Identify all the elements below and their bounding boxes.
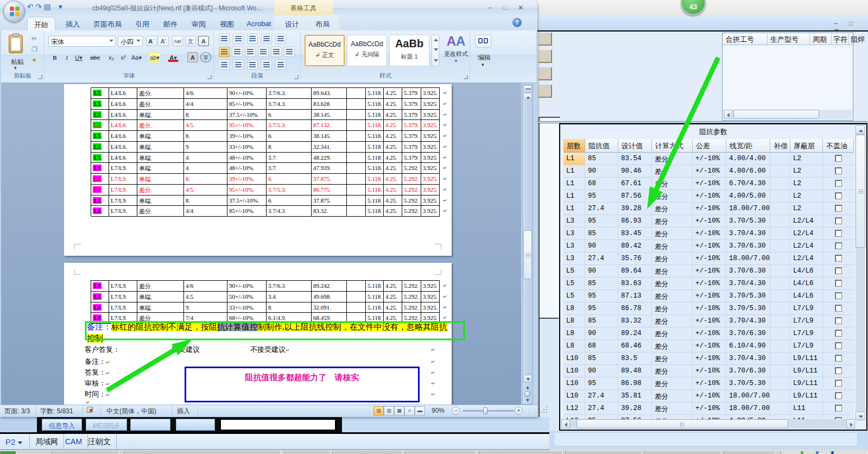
increase-indent-button[interactable]: [275, 34, 286, 44]
no-coat-checkbox[interactable]: [835, 267, 842, 274]
align-center-button[interactable]: [232, 47, 243, 57]
table-cell[interactable]: 3.70/6.30: [726, 265, 770, 278]
style-normal[interactable]: AaBbCcDd↲ 正文: [305, 35, 345, 66]
table-cell[interactable]: +/-10%: [693, 228, 726, 240]
table-cell[interactable]: [770, 327, 790, 340]
no-coat-checkbox[interactable]: [835, 392, 842, 399]
table-cell[interactable]: +/-10%: [693, 190, 726, 203]
table-row[interactable]: L19587.56差分+/-10%4.00/5.00L2: [563, 190, 854, 203]
taskbar-item[interactable]: [565, 451, 642, 454]
table-cell[interactable]: 68.46: [618, 340, 652, 352]
status-word-count[interactable]: 字数: 5/831: [40, 407, 73, 416]
table-cell[interactable]: L5: [563, 290, 585, 302]
table-cell[interactable]: +/-10%: [693, 365, 726, 377]
table-cell[interactable]: L9/L11: [790, 377, 823, 390]
table-cell[interactable]: 3.70/4.30: [726, 352, 770, 365]
table-cell[interactable]: [770, 228, 790, 240]
table-cell[interactable]: 差分: [652, 203, 693, 215]
table-cell[interactable]: +/-10%: [693, 302, 726, 315]
proofing-icon[interactable]: ✕: [87, 407, 94, 414]
table-cell[interactable]: L8: [563, 340, 585, 352]
table-cell[interactable]: L1: [563, 165, 585, 178]
table-cell[interactable]: 90: [585, 240, 618, 253]
mes-sync-button[interactable]: MES同步: [86, 419, 127, 431]
taskbar-item[interactable]: [52, 451, 119, 454]
table-cell[interactable]: 差分: [652, 327, 693, 340]
zoom-slider-thumb[interactable]: [483, 407, 487, 414]
table-cell[interactable]: 90: [585, 327, 618, 340]
table-cell[interactable]: 差分: [652, 377, 693, 390]
style-heading1[interactable]: AaBb标题 1: [389, 35, 429, 66]
context-tab-0[interactable]: 设计: [278, 17, 306, 30]
table-row[interactable]: L88583.32差分+/-10%3.70/4.30L7/L9: [563, 315, 854, 327]
table-cell[interactable]: [770, 340, 790, 352]
status-page-number[interactable]: 页面: 3/3: [4, 407, 30, 416]
context-tab-1[interactable]: 布局: [308, 17, 337, 30]
document-page-1[interactable]: L5,L4/L6,差分,4/6,90+/-10%,3.7/6.3,89.643,…: [64, 84, 452, 256]
no-coat-checkbox[interactable]: [835, 217, 842, 224]
table-cell[interactable]: 95: [585, 302, 618, 315]
table-cell[interactable]: L1: [563, 178, 585, 190]
table-cell[interactable]: 18.00/7.00: [726, 390, 770, 402]
system-tray[interactable]: [781, 451, 868, 454]
ribbon-tab-5[interactable]: 审阅: [186, 17, 212, 30]
document-area[interactable]: L5,L4/L6,差分,4/6,90+/-10%,3.7/6.3,89.643,…: [1, 83, 521, 405]
table-row[interactable]: L127.439.28差分+/-10%18.00/7.00L2: [563, 203, 854, 215]
table-cell[interactable]: [770, 240, 790, 253]
ribbon-tab-7[interactable]: Acrobat: [242, 17, 276, 30]
no-coat-checkbox[interactable]: [835, 367, 842, 374]
word-vertical-scrollbar[interactable]: ▲ ▼: [522, 84, 533, 405]
taskbar-item[interactable]: [284, 451, 331, 454]
taskbar-item[interactable]: [332, 451, 403, 454]
editing-button[interactable]: 编辑: [474, 53, 495, 62]
table-cell[interactable]: 86.78: [618, 302, 652, 315]
paste-button[interactable]: 粘贴: [7, 58, 28, 67]
table-cell[interactable]: +/-10%: [693, 165, 726, 178]
fullscreen-view-button[interactable]: ▥: [384, 406, 394, 415]
cut-icon[interactable]: ✂: [31, 35, 37, 42]
table-cell[interactable]: L7/L9: [790, 302, 823, 315]
no-coat-checkbox[interactable]: [835, 167, 842, 174]
scroll-thumb[interactable]: [523, 230, 532, 279]
table-cell[interactable]: +/-10%: [693, 153, 726, 165]
table-cell[interactable]: 27.4: [585, 402, 618, 415]
table-row[interactable]: L18583.54差分+/-10%4.00/4.00L2: [563, 153, 854, 165]
previous-page-button[interactable]: ▲: [524, 384, 531, 390]
table-cell[interactable]: 3.70/6.30: [726, 327, 770, 340]
tray-icon[interactable]: [801, 451, 803, 454]
table-cell[interactable]: 3.70/6.30: [726, 365, 770, 377]
table-cell[interactable]: 差分: [652, 402, 693, 415]
table-cell[interactable]: +/-10%: [693, 377, 726, 390]
table-cell[interactable]: 35.76: [618, 253, 652, 265]
table-cell[interactable]: 18.00/7.00: [726, 402, 770, 415]
table-cell[interactable]: L1: [563, 153, 585, 165]
table-row[interactable]: L58583.63差分+/-10%3.70/4.30L4/L6: [563, 278, 854, 290]
column-header[interactable]: 线宽/距: [726, 139, 770, 153]
change-case-button[interactable]: Aa▾: [131, 52, 142, 62]
table-cell[interactable]: L3: [563, 240, 585, 253]
table-cell[interactable]: [770, 302, 790, 315]
table-cell[interactable]: 差分: [652, 390, 693, 402]
dialog-launcher-icon[interactable]: [294, 75, 299, 79]
office-button[interactable]: [3, 1, 25, 22]
table-cell[interactable]: L9/L11: [790, 365, 823, 377]
table-cell[interactable]: 85: [585, 352, 618, 365]
table-cell[interactable]: [770, 365, 790, 377]
table-cell[interactable]: 95: [585, 290, 618, 302]
no-coat-checkbox[interactable]: [835, 230, 842, 237]
table-cell[interactable]: 差分: [652, 365, 693, 377]
table-cell[interactable]: L1: [563, 190, 585, 203]
table-row[interactable]: L86868.46差分+/-10%6.10/4.90L7/L9: [563, 340, 854, 352]
table-cell[interactable]: [770, 165, 790, 178]
tab-user[interactable]: 汪朝文: [83, 434, 117, 449]
no-coat-checkbox[interactable]: [835, 155, 842, 162]
style-gallery-scroll[interactable]: [432, 35, 439, 66]
input-field[interactable]: [219, 418, 337, 431]
status-language[interactable]: 中文(简体，中国): [106, 407, 156, 416]
table-cell[interactable]: L11: [790, 402, 823, 415]
decrease-indent-button[interactable]: [261, 34, 272, 44]
table-cell[interactable]: 67.61: [618, 178, 652, 190]
bold-button[interactable]: B: [49, 52, 60, 62]
table-cell[interactable]: [770, 390, 790, 402]
no-coat-checkbox[interactable]: [835, 317, 842, 324]
